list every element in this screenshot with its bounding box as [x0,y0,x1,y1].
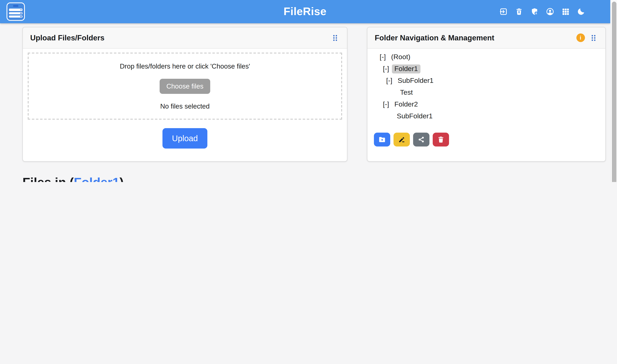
info-icon[interactable]: i [576,33,585,42]
vertical-scrollbar-thumb[interactable] [612,2,616,182]
tree-folder-label[interactable]: Test [398,88,415,97]
tree-collapse-toggle[interactable]: [-] [383,100,389,108]
trash-icon [437,135,445,144]
header-icons [499,0,585,23]
tree-folder-label[interactable]: (Root) [389,52,413,61]
upload-card-title: Upload Files/Folders [30,33,105,42]
create-folder-button[interactable] [374,133,390,146]
files-heading-suffix: ) [119,175,124,182]
tree-item-subfolder1[interactable]: SubFolder1 [374,110,599,122]
user-circle-icon[interactable] [546,7,554,16]
tree-collapse-toggle[interactable]: [-] [383,65,389,73]
no-files-status: No files selected [160,102,210,110]
folder-navigation-card: Folder Navigation & Management i [-](Roo… [367,27,605,162]
tree-folder-label[interactable]: SubFolder1 [394,112,435,121]
tree-item-folder2[interactable]: [-]Folder2 [374,98,599,110]
files-heading: Files in (Folder1) [23,174,605,182]
folder-card-header: Folder Navigation & Management i [368,27,605,49]
upload-card: Upload Files/Folders Drop files/folders … [23,27,347,162]
tree-item-root[interactable]: [-](Root) [374,51,599,63]
app-header: FileRise [0,0,610,23]
filerise-app: FileRise [0,0,617,182]
tree-item-subfolder1[interactable]: [-]SubFolder1 [374,75,599,87]
dropzone-text: Drop files/folders here or click 'Choose… [120,62,250,70]
upload-card-header: Upload Files/Folders [23,27,347,49]
drag-handle-icon[interactable] [331,33,340,42]
file-dropzone[interactable]: Drop files/folders here or click 'Choose… [28,53,342,119]
choose-files-button[interactable]: Choose files [159,78,210,94]
rename-folder-button[interactable] [394,133,410,146]
tree-folder-label[interactable]: Folder2 [392,100,420,109]
tree-collapse-toggle[interactable]: [-] [386,77,392,85]
delete-folder-button[interactable] [433,133,449,146]
folder-card-title: Folder Navigation & Management [375,33,494,42]
folder-plus-icon [378,135,386,144]
folder-tree: [-](Root)[-]Folder1[-]SubFolder1Test[-]F… [368,49,605,122]
folder-actions [374,133,599,146]
tree-folder-label[interactable]: SubFolder1 [395,76,436,85]
admin-shield-icon[interactable] [530,7,539,16]
tree-collapse-toggle[interactable]: [-] [380,53,386,61]
trash-restore-icon[interactable] [514,7,523,16]
share-icon [417,135,425,144]
vertical-scrollbar-track [610,0,617,182]
pencil-icon [398,135,406,144]
share-folder-button[interactable] [413,133,429,146]
files-heading-prefix: Files in ( [23,175,74,182]
current-folder-link[interactable]: Folder1 [74,175,120,182]
apps-grid-icon[interactable] [561,7,570,16]
upload-button[interactable]: Upload [162,128,207,149]
dark-mode-moon-icon[interactable] [577,7,585,16]
tree-folder-label[interactable]: Folder1 [392,64,420,73]
top-cards-row: Upload Files/Folders Drop files/folders … [23,27,605,162]
tree-item-folder1[interactable]: [-]Folder1 [374,63,599,75]
tree-item-test[interactable]: Test [374,87,599,98]
logout-icon[interactable] [499,7,508,16]
drag-handle-icon[interactable] [589,33,598,42]
